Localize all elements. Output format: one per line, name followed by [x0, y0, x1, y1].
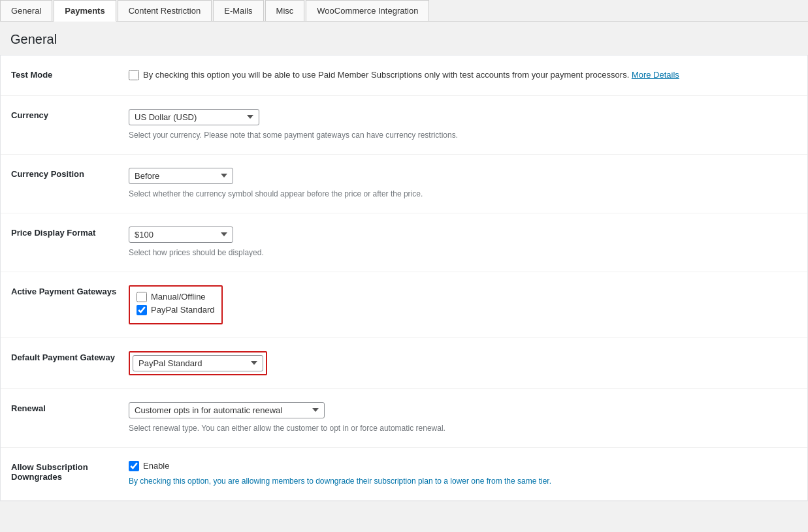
- section-title: General: [0, 32, 808, 55]
- test-mode-row: Test Mode By checking this option you wi…: [1, 55, 807, 96]
- allow-subscription-downgrades-control: Enable By checking this option, you are …: [129, 461, 797, 487]
- default-gateway-box: PayPal Standard Manual/Offline: [129, 351, 267, 375]
- currency-position-row: Currency Position Before After Select wh…: [1, 155, 807, 213]
- gateway-manual-offline-label: Manual/Offline: [151, 292, 206, 302]
- tab-woocommerce-integration[interactable]: WooCommerce Integration: [306, 0, 429, 21]
- price-display-format-row: Price Display Format $100 $100.00 100 US…: [1, 213, 807, 272]
- active-payment-gateways-label: Active Payment Gateways: [11, 285, 129, 296]
- currency-position-label: Currency Position: [11, 168, 129, 179]
- test-mode-checkbox[interactable]: [129, 70, 139, 80]
- test-mode-control: By checking this option you will be able…: [129, 69, 797, 82]
- price-display-format-control: $100 $100.00 100 USD Select how prices s…: [129, 227, 797, 258]
- renewal-select[interactable]: Customer opts in for automatic renewal F…: [129, 402, 325, 418]
- test-mode-description: By checking this option you will be able…: [143, 69, 679, 82]
- currency-position-control: Before After Select whether the currency…: [129, 168, 797, 200]
- allow-subscription-downgrades-description: By checking this option, you are allowin…: [129, 475, 797, 487]
- currency-position-select[interactable]: Before After: [129, 168, 233, 184]
- currency-label: Currency: [11, 109, 129, 120]
- currency-row: Currency US Dollar (USD) Euro (EUR) Brit…: [1, 96, 807, 155]
- price-display-format-select[interactable]: $100 $100.00 100 USD: [129, 227, 233, 243]
- active-payment-gateways-row: Active Payment Gateways Manual/Offline P…: [1, 272, 807, 338]
- currency-position-description: Select whether the currency symbol shoul…: [129, 188, 797, 200]
- renewal-row: Renewal Customer opts in for automatic r…: [1, 389, 807, 448]
- test-mode-checkbox-wrapper: By checking this option you will be able…: [129, 69, 797, 82]
- currency-description: Select your currency. Please note that s…: [129, 129, 797, 141]
- price-display-format-description: Select how prices should be displayed.: [129, 247, 797, 258]
- currency-control: US Dollar (USD) Euro (EUR) British Pound…: [129, 109, 797, 141]
- tab-content-restriction[interactable]: Content Restriction: [118, 0, 212, 21]
- allow-subscription-downgrades-label: Allow Subscription Downgrades: [11, 461, 129, 482]
- gateway-manual-offline-wrapper: Manual/Offline: [137, 292, 215, 302]
- currency-select[interactable]: US Dollar (USD) Euro (EUR) British Pound…: [129, 109, 259, 125]
- test-mode-label: Test Mode: [11, 69, 129, 80]
- active-payment-gateways-control: Manual/Offline PayPal Standard: [129, 285, 797, 324]
- price-display-format-label: Price Display Format: [11, 227, 129, 238]
- tab-general[interactable]: General: [0, 0, 52, 21]
- gateways-box: Manual/Offline PayPal Standard: [129, 285, 223, 324]
- test-mode-more-details-link[interactable]: More Details: [632, 70, 679, 80]
- gateway-paypal-standard-label: PayPal Standard: [151, 305, 215, 315]
- tab-misc[interactable]: Misc: [265, 0, 305, 21]
- page-content: General Test Mode By checking this optio…: [0, 22, 808, 501]
- allow-subscription-downgrades-row: Allow Subscription Downgrades Enable By …: [1, 448, 807, 501]
- tab-payments[interactable]: Payments: [54, 0, 116, 22]
- gateway-paypal-standard-checkbox[interactable]: [137, 305, 147, 315]
- settings-table: Test Mode By checking this option you wi…: [0, 55, 808, 501]
- tabs-bar: General Payments Content Restriction E-M…: [0, 0, 808, 22]
- gateway-manual-offline-checkbox[interactable]: [137, 292, 147, 302]
- renewal-label: Renewal: [11, 402, 129, 413]
- renewal-control: Customer opts in for automatic renewal F…: [129, 402, 797, 434]
- renewal-description: Select renewal type. You can either allo…: [129, 422, 797, 434]
- allow-subscription-downgrades-checkbox[interactable]: [129, 461, 139, 471]
- default-payment-gateway-label: Default Payment Gateway: [11, 351, 129, 362]
- allow-subscription-downgrades-enable-label: Enable: [143, 461, 169, 471]
- default-payment-gateway-select[interactable]: PayPal Standard Manual/Offline: [133, 355, 263, 371]
- allow-subscription-downgrades-checkbox-wrapper: Enable: [129, 461, 797, 471]
- gateway-paypal-standard-wrapper: PayPal Standard: [137, 305, 215, 315]
- default-payment-gateway-row: Default Payment Gateway PayPal Standard …: [1, 338, 807, 389]
- default-payment-gateway-control: PayPal Standard Manual/Offline: [129, 351, 797, 375]
- tab-emails[interactable]: E-Mails: [213, 0, 263, 21]
